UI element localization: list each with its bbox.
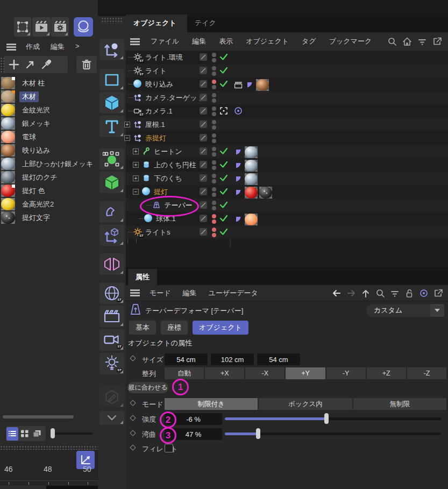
tab-attributes[interactable]: 属性 [128, 269, 157, 285]
compositing-tag[interactable] [233, 80, 243, 90]
phong-tag[interactable] [233, 147, 243, 157]
align-button--Z[interactable]: -Z [407, 367, 446, 379]
list-view-button[interactable] [6, 427, 18, 441]
material-thumbnail[interactable] [1, 171, 15, 183]
filter-icon[interactable] [416, 36, 429, 47]
material-item[interactable]: 提灯 色 [0, 184, 98, 197]
menu-item-編集[interactable]: 編集 [192, 37, 206, 46]
tree-row-上のくち円柱[interactable]: +上のくち円柱 [126, 158, 448, 172]
render-visibility-dot[interactable] [212, 139, 216, 143]
material-thumbnail[interactable] [1, 185, 15, 197]
edit-tool-button[interactable] [99, 386, 124, 408]
panel-splitter[interactable] [0, 445, 98, 450]
editor-visibility-dot[interactable] [212, 160, 216, 165]
texture-tag[interactable] [256, 79, 269, 91]
enabled-check[interactable] [219, 187, 229, 196]
tree-row-ライト.環境[interactable]: STライト.環境 [126, 51, 448, 64]
render-visibility-dot[interactable] [212, 85, 216, 89]
object-name[interactable]: ヒートン [154, 147, 182, 157]
editor-visibility-dot[interactable] [212, 133, 216, 138]
enabled-check[interactable] [219, 174, 229, 182]
tree-row-赤提灯[interactable]: −赤提灯 [126, 131, 448, 145]
external-icon[interactable] [431, 36, 444, 47]
enable-toggle[interactable] [200, 134, 207, 141]
green-cube-tool-button[interactable] [99, 172, 124, 193]
tab-座標[interactable]: 座標 [161, 321, 188, 335]
param-diamond[interactable] [130, 430, 136, 436]
tree-row-テーパー[interactable]: テーパー [126, 199, 448, 212]
slider-handle[interactable] [51, 428, 55, 438]
sky-tool-button[interactable]: ST [99, 282, 124, 304]
texture-tag[interactable] [259, 187, 272, 199]
render-visibility-dot[interactable] [212, 206, 216, 210]
tree-row-ヒートン[interactable]: +ヒートン [126, 145, 448, 158]
render-visibility-dot[interactable] [212, 152, 216, 157]
render-visibility-dot[interactable] [212, 72, 216, 76]
symmetry-tool-button[interactable] [99, 253, 124, 275]
expand-toggle[interactable]: + [133, 175, 139, 181]
align-button-+X[interactable]: +X [205, 367, 244, 379]
back-icon[interactable] [330, 287, 343, 299]
object-name[interactable]: 映り込み [145, 80, 174, 89]
object-name[interactable]: ライト.環境 [145, 53, 183, 62]
object-name[interactable]: ライト [145, 66, 167, 76]
enabled-check[interactable] [219, 201, 229, 209]
menu-item-表示[interactable]: 表示 [219, 37, 233, 46]
editor-visibility-dot[interactable] [212, 107, 216, 111]
horizontal-scrollbar[interactable] [3, 415, 74, 419]
editor-visibility-dot[interactable] [212, 93, 216, 97]
tree-row-球体.1[interactable]: 球体.1 [126, 212, 448, 225]
size-field[interactable]: 102 cm [211, 353, 254, 365]
editor-visibility-dot[interactable] [212, 53, 216, 57]
target-icon[interactable] [417, 287, 430, 299]
layer-view-button[interactable] [31, 427, 43, 441]
enabled-check[interactable] [219, 228, 229, 236]
menu-item-モード[interactable]: モード [150, 288, 171, 298]
mode-button-制限付き[interactable]: 制限付き [165, 398, 258, 410]
texture-tag[interactable] [245, 187, 258, 199]
material-item[interactable]: 木材 [0, 90, 98, 103]
material-thumbnail[interactable] [1, 104, 15, 116]
tree-row-カメラ.ターゲット[interactable]: カメラ.ターゲット [126, 91, 448, 104]
param-diamond[interactable] [130, 400, 136, 406]
timeline-scrollbar-track[interactable] [46, 486, 98, 489]
tree-row-下のくち[interactable]: +下のくち [126, 172, 448, 185]
object-name[interactable]: 球体.1 [156, 214, 176, 224]
external-icon[interactable] [432, 287, 445, 299]
texture-tag[interactable] [245, 214, 258, 225]
enable-toggle[interactable] [200, 107, 207, 115]
object-name[interactable]: カメラ.1 [145, 107, 173, 116]
material-item[interactable]: 金高光沢2 [0, 197, 98, 211]
forward-icon[interactable] [345, 287, 358, 299]
render-picture-viewer-button[interactable] [32, 17, 51, 37]
render-region-button[interactable] [14, 17, 31, 37]
null-object-tool-button[interactable] [99, 39, 124, 60]
target-tag[interactable] [233, 106, 243, 116]
thumb-size-slider[interactable] [50, 433, 93, 435]
editor-visibility-dot[interactable] [212, 228, 216, 232]
hamburger-icon[interactable] [130, 289, 140, 296]
object-name[interactable]: 上のくち円柱 [154, 160, 196, 170]
render-visibility-dot[interactable] [212, 233, 216, 237]
phong-tag[interactable] [233, 161, 243, 171]
param-diamond[interactable] [130, 415, 136, 421]
object-name[interactable]: カメラ.ターゲット [145, 93, 204, 103]
expand-toggle[interactable]: + [124, 122, 130, 127]
enabled-check[interactable] [219, 160, 229, 169]
tab-オブジェクト[interactable]: オブジェクト [126, 15, 187, 32]
curvature-slider[interactable] [225, 433, 441, 435]
phong-tag[interactable] [233, 215, 243, 224]
material-thumbnail[interactable] [1, 211, 15, 224]
mode-button-ボックス内[interactable]: ボックス内 [259, 398, 352, 410]
phong-tag[interactable] [233, 188, 243, 197]
curvature-field[interactable]: 47 % [165, 428, 222, 440]
render-visibility-dot[interactable] [212, 179, 216, 183]
object-name[interactable]: 屋根.1 [145, 120, 165, 130]
timeline-scrollbar-handle[interactable] [0, 486, 46, 489]
menu-item-作成[interactable]: 作成 [26, 42, 40, 52]
texture-tag[interactable] [245, 146, 258, 158]
size-field[interactable]: 54 cm [257, 353, 300, 365]
render-visibility-dot[interactable] [212, 166, 216, 170]
align-button-+Z[interactable]: +Z [367, 367, 406, 379]
editor-visibility-dot[interactable] [212, 201, 216, 205]
